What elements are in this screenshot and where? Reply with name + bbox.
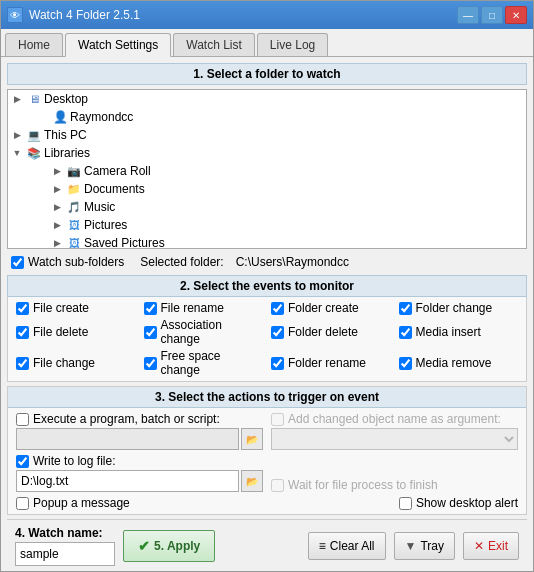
main-content: 1. Select a folder to watch ▶ 🖥 Desktop … xyxy=(1,57,533,571)
wait-for-file-text: Wait for file process to finish xyxy=(288,478,438,492)
tray-button[interactable]: ▼ Tray xyxy=(394,532,455,560)
event-file-delete-cb[interactable] xyxy=(16,326,29,339)
watch-subfolders-label[interactable]: Watch sub-folders xyxy=(11,255,124,269)
event-folder-create-cb[interactable] xyxy=(271,302,284,315)
tree-label-saved-pictures: Saved Pictures xyxy=(84,236,165,249)
tree-item-pictures[interactable]: ▶ 🖼 Pictures xyxy=(8,216,526,234)
music-icon: 🎵 xyxy=(66,199,82,215)
show-desktop-alert-checkbox[interactable] xyxy=(399,497,412,510)
pc-icon: 💻 xyxy=(26,127,42,143)
event-media-insert[interactable]: Media insert xyxy=(399,318,519,346)
write-to-log-checkbox[interactable] xyxy=(16,455,29,468)
tree-item-thispc[interactable]: ▶ 💻 This PC xyxy=(8,126,526,144)
desktop-icon: 🖥 xyxy=(26,91,42,107)
tab-watch-settings[interactable]: Watch Settings xyxy=(65,33,171,57)
folder-tree[interactable]: ▶ 🖥 Desktop 👤 Raymondcc ▶ 💻 This PC ▼ 📚 … xyxy=(7,89,527,249)
popup-message-checkbox[interactable] xyxy=(16,497,29,510)
event-folder-rename[interactable]: Folder rename xyxy=(271,349,391,377)
add-changed-object-select[interactable] xyxy=(271,428,518,450)
execute-program-browse-button[interactable]: 📂 xyxy=(241,428,263,450)
minimize-button[interactable]: — xyxy=(457,6,479,24)
tree-toggle-documents[interactable]: ▶ xyxy=(50,182,64,196)
tree-label-thispc: This PC xyxy=(44,128,87,142)
wait-for-file-checkbox[interactable] xyxy=(271,479,284,492)
event-file-rename[interactable]: File rename xyxy=(144,301,264,315)
footer: 4. Watch name: ✔ 5. Apply ≡ Clear All ▼ … xyxy=(7,519,527,571)
event-folder-rename-cb[interactable] xyxy=(271,357,284,370)
write-to-log-label[interactable]: Write to log file: xyxy=(16,454,263,468)
actions-section: 3. Select the actions to trigger on even… xyxy=(7,386,527,515)
tab-live-log[interactable]: Live Log xyxy=(257,33,328,56)
tree-item-desktop[interactable]: ▶ 🖥 Desktop xyxy=(8,90,526,108)
popup-alert-row: Popup a message Show desktop alert xyxy=(16,496,518,510)
event-file-change-cb[interactable] xyxy=(16,357,29,370)
event-free-space-change[interactable]: Free space change xyxy=(144,349,264,377)
tree-label-desktop: Desktop xyxy=(44,92,88,106)
user-icon: 👤 xyxy=(52,109,68,125)
tree-item-saved-pictures[interactable]: ▶ 🖼 Saved Pictures xyxy=(8,234,526,249)
execute-program-checkbox[interactable] xyxy=(16,413,29,426)
write-to-log-input-row: 📂 xyxy=(16,470,263,492)
event-folder-change[interactable]: Folder change xyxy=(399,301,519,315)
event-media-remove[interactable]: Media remove xyxy=(399,349,519,377)
tree-item-raymondcc[interactable]: 👤 Raymondcc xyxy=(8,108,526,126)
wait-for-file-label: Wait for file process to finish xyxy=(271,478,518,492)
watch-subfolders-checkbox[interactable] xyxy=(11,256,24,269)
add-changed-object-checkbox[interactable] xyxy=(271,413,284,426)
tree-toggle-desktop[interactable]: ▶ xyxy=(10,92,24,106)
clear-all-button[interactable]: ≡ Clear All xyxy=(308,532,386,560)
window-title: Watch 4 Folder 2.5.1 xyxy=(29,8,457,22)
event-folder-delete[interactable]: Folder delete xyxy=(271,318,391,346)
tree-toggle-thispc[interactable]: ▶ xyxy=(10,128,24,142)
tree-toggle-pictures[interactable]: ▶ xyxy=(50,218,64,232)
show-desktop-alert-text: Show desktop alert xyxy=(416,496,518,510)
tab-watch-list[interactable]: Watch List xyxy=(173,33,255,56)
event-association-change[interactable]: Association change xyxy=(144,318,264,346)
event-association-change-cb[interactable] xyxy=(144,326,157,339)
event-file-delete[interactable]: File delete xyxy=(16,318,136,346)
main-window: 👁 Watch 4 Folder 2.5.1 — □ ✕ Home Watch … xyxy=(0,0,534,572)
tree-toggle-camera-roll[interactable]: ▶ xyxy=(50,164,64,178)
close-button[interactable]: ✕ xyxy=(505,6,527,24)
event-media-remove-cb[interactable] xyxy=(399,357,412,370)
tree-toggle-music[interactable]: ▶ xyxy=(50,200,64,214)
tree-label-libraries: Libraries xyxy=(44,146,90,160)
execute-program-row: Execute a program, batch or script: 📂 Ad… xyxy=(16,412,518,450)
maximize-button[interactable]: □ xyxy=(481,6,503,24)
event-media-insert-cb[interactable] xyxy=(399,326,412,339)
exit-icon: ✕ xyxy=(474,539,484,553)
event-free-space-change-cb[interactable] xyxy=(144,357,157,370)
watch-name-section: 4. Watch name: xyxy=(15,526,115,566)
popup-message-text: Popup a message xyxy=(33,496,130,510)
tree-item-libraries[interactable]: ▼ 📚 Libraries xyxy=(8,144,526,162)
write-to-log-col: Write to log file: 📂 xyxy=(16,454,263,492)
watch-name-label: 4. Watch name: xyxy=(15,526,115,540)
tab-home[interactable]: Home xyxy=(5,33,63,56)
tray-label: Tray xyxy=(420,539,444,553)
tree-item-camera-roll[interactable]: ▶ 📷 Camera Roll xyxy=(8,162,526,180)
event-folder-change-cb[interactable] xyxy=(399,302,412,315)
tree-label-raymondcc: Raymondcc xyxy=(70,110,133,124)
execute-program-label[interactable]: Execute a program, batch or script: xyxy=(16,412,263,426)
apply-button-label: 5. Apply xyxy=(154,539,200,553)
event-file-create-cb[interactable] xyxy=(16,302,29,315)
clear-all-label: Clear All xyxy=(330,539,375,553)
write-to-log-browse-button[interactable]: 📂 xyxy=(241,470,263,492)
apply-button[interactable]: ✔ 5. Apply xyxy=(123,530,215,562)
tree-item-documents[interactable]: ▶ 📁 Documents xyxy=(8,180,526,198)
write-to-log-input[interactable] xyxy=(16,470,239,492)
popup-message-label[interactable]: Popup a message xyxy=(16,496,130,510)
event-folder-delete-cb[interactable] xyxy=(271,326,284,339)
execute-program-input[interactable] xyxy=(16,428,239,450)
event-file-create[interactable]: File create xyxy=(16,301,136,315)
event-folder-create[interactable]: Folder create xyxy=(271,301,391,315)
event-file-change[interactable]: File change xyxy=(16,349,136,377)
title-bar: 👁 Watch 4 Folder 2.5.1 — □ ✕ xyxy=(1,1,533,29)
event-file-rename-cb[interactable] xyxy=(144,302,157,315)
watch-name-input[interactable] xyxy=(15,542,115,566)
tree-toggle-libraries[interactable]: ▼ xyxy=(10,146,24,160)
show-desktop-alert-label[interactable]: Show desktop alert xyxy=(399,496,518,510)
tree-item-music[interactable]: ▶ 🎵 Music xyxy=(8,198,526,216)
tree-toggle-saved-pictures[interactable]: ▶ xyxy=(50,236,64,249)
exit-button[interactable]: ✕ Exit xyxy=(463,532,519,560)
